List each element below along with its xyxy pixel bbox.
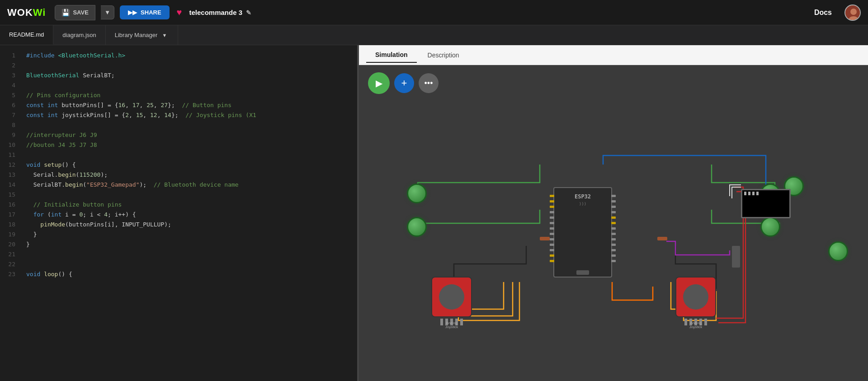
project-name-text: telecommande 3 — [189, 9, 242, 16]
resistor-2 — [657, 237, 667, 240]
joystick-right-knob — [683, 284, 708, 310]
favorite-button[interactable]: ♥ — [175, 7, 184, 18]
tab-simulation[interactable]: Simulation — [366, 47, 417, 63]
tab-description[interactable]: Description — [419, 48, 468, 62]
button-far-right[interactable] — [828, 241, 848, 261]
tab-library-label: Library Manager — [115, 32, 158, 38]
button-top-left[interactable] — [407, 183, 427, 203]
joystick-left-knob — [439, 284, 464, 310]
more-options-button[interactable]: ••• — [419, 73, 439, 93]
save-button[interactable]: 💾 SAVE — [55, 5, 95, 20]
tab-diagram[interactable]: diagram.json — [53, 25, 105, 45]
tab-description-label: Description — [428, 52, 459, 59]
joystick-left[interactable]: AnalogJoystick — [431, 277, 472, 317]
resistor-1 — [540, 237, 550, 240]
share-label: SHARE — [141, 9, 161, 16]
save-label: SAVE — [73, 9, 88, 16]
button-mid-right[interactable] — [760, 217, 780, 237]
esp32-left-pins — [550, 195, 554, 262]
tab-library[interactable]: Library Manager ▼ — [106, 25, 179, 45]
joystick-right[interactable]: AnalogJoystick — [675, 277, 716, 317]
esp32-chip: ESP32 ))) — [553, 187, 612, 278]
line-numbers: 1234567891011121314151617181920212223 — [0, 45, 19, 381]
tab-readme[interactable]: README.md — [0, 25, 53, 45]
docs-button[interactable]: Docs — [814, 9, 832, 17]
topbar: WOKWi 💾 SAVE ▼ ▶▶ SHARE ♥ telecommande 3… — [0, 0, 868, 25]
tab-diagram-label: diagram.json — [62, 32, 96, 38]
logo: WOKWi — [7, 7, 46, 19]
code-text[interactable]: #include <BluetoothSerial.h> BluetoothSe… — [19, 45, 357, 381]
tab-readme-label: README.md — [9, 31, 44, 38]
play-icon: ▶ — [376, 78, 382, 89]
sim-tabs: Simulation Description — [359, 45, 868, 65]
esp32-right-pins — [611, 195, 616, 262]
add-component-button[interactable]: + — [394, 73, 414, 93]
save-dropdown-button[interactable]: ▼ — [101, 5, 114, 19]
circuit-diagram: ESP32 ))) — [359, 65, 868, 381]
oled-screen — [741, 189, 791, 218]
share-icon: ▶▶ — [128, 9, 137, 16]
share-button[interactable]: ▶▶ SHARE — [120, 5, 170, 19]
esp32-label: ESP32 — [554, 193, 611, 200]
code-editor: 1234567891011121314151617181920212223 #i… — [0, 45, 357, 381]
esp32-wifi-icon: ))) — [554, 202, 611, 206]
button-mid-left[interactable] — [407, 217, 427, 237]
simulation-panel: Simulation Description ▶ + ••• — [359, 45, 868, 381]
sim-controls: ▶ + ••• — [368, 72, 439, 94]
file-tabs: README.md diagram.json Library Manager ▼ — [0, 25, 868, 45]
joystick-left-label: AnalogJoystick — [432, 321, 471, 329]
oled-pins — [742, 190, 789, 197]
tab-library-dropdown[interactable]: ▼ — [160, 32, 169, 39]
code-content: 1234567891011121314151617181920212223 #i… — [0, 45, 357, 381]
svg-point-1 — [850, 9, 857, 15]
tab-simulation-label: Simulation — [375, 51, 408, 58]
edit-project-name-icon[interactable]: ✎ — [246, 9, 251, 16]
add-icon: + — [401, 77, 407, 89]
joystick-right-label: AnalogJoystick — [676, 321, 715, 329]
avatar[interactable] — [844, 5, 861, 21]
play-button[interactable]: ▶ — [368, 72, 390, 94]
project-name: telecommande 3 ✎ — [189, 9, 251, 16]
transistor-component — [732, 246, 740, 268]
more-icon: ••• — [425, 79, 433, 88]
main-split: 1234567891011121314151617181920212223 #i… — [0, 45, 868, 381]
sim-body: ▶ + ••• — [359, 65, 868, 381]
